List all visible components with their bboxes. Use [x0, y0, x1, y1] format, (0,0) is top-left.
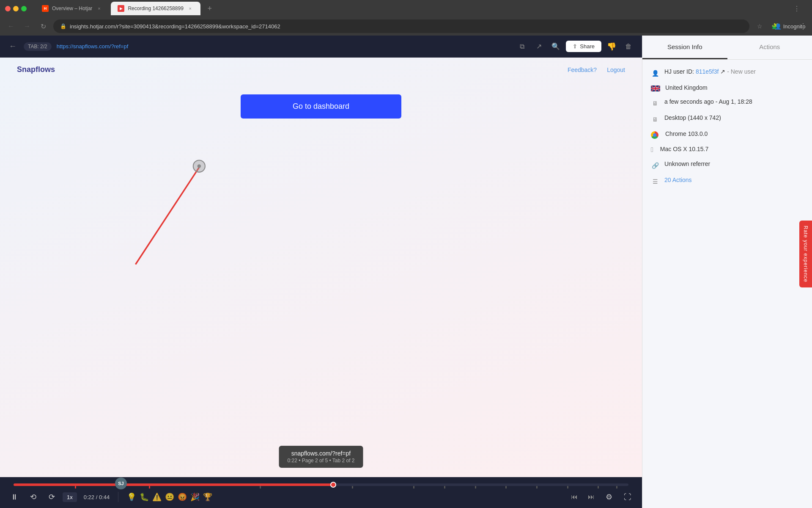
timestamp-content: a few seconds ago - Aug 1, 18:28 — [664, 98, 752, 105]
fullscreen-button[interactable] — [21, 6, 27, 11]
info-row-country: United Kingdom — [651, 84, 804, 91]
progress-thumb[interactable] — [330, 482, 336, 488]
cursor-path-svg — [0, 58, 642, 477]
browser-content: Chrome 103.0.0 — [665, 130, 708, 137]
tab-recording[interactable]: ▶ Recording 14266258899 × — [111, 2, 200, 15]
profile-icon: 👤 — [775, 23, 782, 30]
right-panel: Session Info Actions 👤 HJ user ID: 811e5… — [642, 36, 812, 508]
tab-indicator: TAB: 2/2 — [24, 42, 52, 51]
logout-link[interactable]: Logout — [607, 66, 625, 73]
tab-actions[interactable]: Actions — [727, 36, 812, 59]
skip-forward-button[interactable]: ⟳ — [44, 489, 59, 505]
url-tooltip: snapflows.com/?ref=pf 0:22 • Page 2 of 5… — [279, 446, 363, 468]
external-link-button[interactable]: ↗ — [532, 40, 546, 53]
video-area: Snapflows Feedback? Logout Go to dashboa… — [0, 58, 642, 477]
tooltip-subtitle: 0:22 • Page 2 of 5 • Tab 2 of 2 — [288, 458, 355, 464]
recording-favicon: ▶ — [118, 5, 124, 12]
browser-label: Chrome 103.0.0 — [665, 130, 708, 137]
device-content: Desktop (1440 x 742) — [664, 114, 721, 121]
title-bar: H Overview – Hotjar × ▶ Recording 142662… — [0, 0, 812, 17]
close-button[interactable] — [5, 6, 11, 11]
confetti-emoji-button[interactable]: 🎉 — [190, 492, 200, 502]
back-nav-button[interactable]: ← — [5, 20, 17, 32]
refresh-nav-button[interactable]: ↻ — [37, 20, 49, 32]
new-tab-button[interactable]: + — [204, 3, 216, 14]
previous-recording-button[interactable]: ⏮ — [568, 490, 581, 504]
chrome-icon — [651, 131, 658, 139]
info-row-browser: Chrome 103.0.0 — [651, 130, 804, 139]
tab-recording-close[interactable]: × — [187, 5, 194, 12]
player-toolbar: ← TAB: 2/2 https://snapflows.com/?ref=pf… — [0, 36, 642, 58]
os-label: Mac OS X 10.15.7 — [660, 146, 708, 152]
page-url-link[interactable]: https://snapflows.com/?ref=pf — [57, 43, 510, 50]
snapflows-logo: Snapflows — [17, 65, 55, 74]
controls-bar: ⏸ ⟲ ⟳ 1x 0:22 / 0:44 💡 🐛 ⚠️ 😐 😡 🎉 — [0, 486, 642, 508]
neutral-emoji-button[interactable]: 😐 — [165, 492, 174, 502]
device-label: Desktop (1440 x 742) — [664, 114, 721, 121]
trophy-emoji-button[interactable]: 🏆 — [203, 492, 212, 502]
tab-bar: H Overview – Hotjar × ▶ Recording 142662… — [30, 0, 807, 17]
timestamp-label: a few seconds ago - Aug 1, 18:28 — [664, 98, 752, 105]
forward-nav-button[interactable]: → — [21, 20, 33, 32]
feedback-link[interactable]: Feedback? — [568, 66, 597, 73]
settings-button[interactable]: ⚙ — [601, 489, 617, 505]
info-row-os:  Mac OS X 10.15.7 — [651, 146, 804, 154]
go-to-dashboard-button[interactable]: Go to dashboard — [241, 94, 401, 119]
search-button[interactable]: 🔍 — [549, 40, 562, 53]
total-time: 0:44 — [99, 494, 110, 500]
referrer-icon: 🔗 — [651, 161, 659, 170]
snapflows-page: Snapflows Feedback? Logout Go to dashboa… — [0, 58, 642, 477]
tab-session-info[interactable]: Session Info — [642, 36, 727, 59]
traffic-lights — [5, 6, 27, 11]
speed-button[interactable]: 1x — [63, 492, 77, 502]
tab-overview[interactable]: H Overview – Hotjar × — [35, 2, 109, 15]
snapflows-nav-links: Feedback? Logout — [568, 66, 625, 73]
address-bar: ← → ↻ 🔒 insights.hotjar.com/r?site=30904… — [0, 17, 812, 36]
info-row-device: 🖥 Desktop (1440 x 742) — [651, 114, 804, 124]
desktop-icon: 🖥 — [651, 115, 659, 124]
url-bar[interactable]: 🔒 insights.hotjar.com/r?site=3090413&rec… — [53, 19, 749, 33]
hotjar-favicon: H — [42, 5, 49, 12]
toolbar-actions: ⧉ ↗ 🔍 ⇧ Share 👎 🗑 — [515, 40, 635, 53]
rate-experience-tab[interactable]: Rate your experience — [799, 221, 812, 287]
progress-bar-track[interactable]: SJ — [14, 483, 628, 486]
profile-button[interactable]: 👤 Incognito — [784, 20, 796, 32]
info-row-referrer: 🔗 Unknown referrer — [651, 160, 804, 170]
info-row-timestamp: 🖥 a few seconds ago - Aug 1, 18:28 — [651, 98, 804, 108]
delete-button[interactable]: 🗑 — [622, 40, 635, 53]
copy-button[interactable]: ⧉ — [515, 40, 529, 53]
os-content: Mac OS X 10.15.7 — [660, 146, 708, 152]
session-info-content: 👤 HJ user ID: 811e5f3f ↗ - New user — [642, 60, 812, 194]
actions-count-link[interactable]: 20 Actions — [664, 177, 692, 183]
info-row-user-id: 👤 HJ user ID: 811e5f3f ↗ - New user — [651, 68, 804, 77]
share-button[interactable]: ⇧ Share — [566, 41, 601, 52]
warning-emoji-button[interactable]: ⚠️ — [152, 492, 162, 502]
info-row-actions: ☰ 20 Actions — [651, 177, 804, 186]
bug-emoji-button[interactable]: 🐛 — [140, 492, 149, 502]
next-recording-button[interactable]: ⏭ — [584, 490, 598, 504]
browser-window: H Overview – Hotjar × ▶ Recording 142662… — [0, 0, 812, 508]
angry-emoji-button[interactable]: 😡 — [178, 492, 187, 502]
bookmark-button[interactable]: ☆ — [754, 20, 765, 32]
time-display: 0:22 / 0:44 — [84, 494, 110, 500]
hj-user-id-label: HJ user ID: — [664, 68, 696, 75]
svg-point-1 — [193, 160, 205, 172]
tab-overview-close[interactable]: × — [96, 5, 102, 12]
user-icon: 👤 — [651, 69, 659, 77]
tab-menu-button[interactable]: ⋮ — [792, 3, 802, 14]
panel-tabs: Session Info Actions — [642, 36, 812, 60]
lightbulb-emoji-button[interactable]: 💡 — [127, 492, 136, 502]
skip-back-button[interactable]: ⟲ — [25, 489, 41, 505]
tab-recording-label: Recording 14266258899 — [128, 6, 183, 11]
pause-button[interactable]: ⏸ — [7, 489, 22, 505]
thumbs-down-button[interactable]: 👎 — [605, 40, 618, 53]
minimize-button[interactable] — [13, 6, 19, 11]
player-back-button[interactable]: ← — [7, 41, 19, 52]
lock-icon: 🔒 — [60, 23, 66, 29]
browser-menu-button[interactable]: ⋮ — [799, 22, 807, 31]
fullscreen-button-player[interactable]: ⛶ — [620, 489, 635, 505]
url-text: insights.hotjar.com/r?site=3090413&recor… — [70, 23, 280, 30]
share-icon: ⇧ — [573, 43, 577, 50]
hj-user-id-link[interactable]: 811e5f3f — [696, 68, 719, 75]
snapflows-nav: Snapflows Feedback? Logout — [0, 58, 642, 82]
